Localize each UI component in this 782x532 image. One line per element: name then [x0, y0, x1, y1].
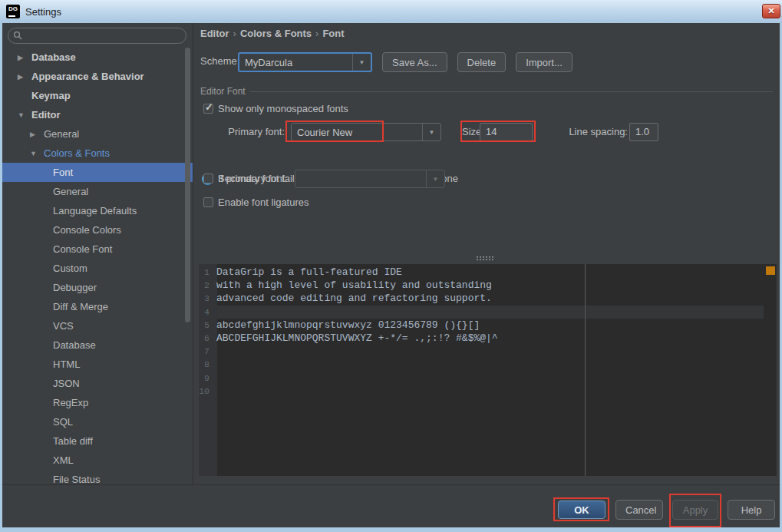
primary-font-value: Courier New	[292, 127, 422, 138]
scheme-combobox[interactable]: MyDarcula ▼	[238, 52, 372, 72]
sidebar-item-console-font[interactable]: Console Font	[2, 240, 193, 259]
primary-font-combobox[interactable]: Courier New ▼	[291, 123, 441, 141]
sidebar-item-database[interactable]: Database	[2, 335, 193, 355]
sidebar-scrollbar[interactable]	[185, 48, 190, 322]
sidebar-item-table-diff[interactable]: Table diff	[2, 431, 193, 451]
sidebar-item-database[interactable]: ▶Database	[2, 48, 193, 67]
sidebar-item-label: General	[44, 128, 79, 140]
preview-line-4: 4	[199, 306, 777, 319]
sidebar-item-html[interactable]: HTML	[2, 355, 193, 374]
help-button[interactable]: Help	[728, 500, 775, 520]
cancel-button[interactable]: Cancel	[615, 500, 663, 520]
sidebar-item-general[interactable]: General	[2, 182, 193, 201]
sidebar-item-label: Database	[31, 51, 76, 63]
font-preview-editor[interactable]: 1DataGrip is a full-featured IDE2with a …	[199, 264, 777, 476]
sidebar-item-label: Database	[53, 339, 96, 351]
line-spacing-field[interactable]: 1.0	[629, 123, 658, 141]
error-stripe-marker	[766, 266, 775, 275]
sidebar-item-label: Table diff	[53, 435, 93, 447]
chevron-collapsed-icon[interactable]: ▶	[16, 73, 31, 81]
line-spacing-label: Line spacing:	[569, 123, 628, 141]
secondary-font-label: Secondary font:	[218, 170, 288, 188]
search-box[interactable]	[8, 28, 186, 44]
preview-line-8: 8	[199, 358, 777, 371]
sidebar-item-label: Keymap	[31, 90, 71, 101]
primary-font-label: Primary font:	[200, 123, 285, 141]
chevron-down-icon[interactable]: ▼	[422, 124, 440, 140]
import-button[interactable]: Import...	[516, 52, 572, 72]
chevron-expanded-icon[interactable]: ▼	[16, 111, 31, 119]
size-field[interactable]: 14	[480, 123, 533, 141]
sidebar-item-label: VCS	[53, 320, 74, 332]
sidebar-item-label: Appearance & Behavior	[31, 71, 144, 82]
line-number: 3	[199, 292, 213, 305]
sidebar-item-label: Custom	[53, 263, 87, 274]
secondary-font-checkbox[interactable]: ✓	[203, 173, 213, 183]
line-number: 4	[199, 306, 213, 319]
close-button[interactable]: ✕	[762, 4, 780, 18]
chevron-collapsed-icon[interactable]: ▶	[28, 131, 44, 138]
search-icon	[13, 31, 23, 41]
preview-text: advanced code editing and refactoring su…	[213, 292, 492, 305]
chevron-collapsed-icon[interactable]: ▶	[16, 54, 31, 61]
sidebar-item-label: XML	[53, 454, 74, 466]
save-as-button[interactable]: Save As...	[382, 52, 447, 72]
preview-text: abcdefghijklmnopqrstuvwxyz 0123456789 ()…	[213, 319, 480, 332]
preview-line-7: 7	[199, 345, 777, 358]
preview-text	[213, 372, 216, 385]
splitter-handle[interactable]	[476, 256, 494, 261]
preview-line-3: 3advanced code editing and refactoring s…	[199, 292, 777, 305]
sidebar-item-label: Language Defaults	[53, 205, 137, 216]
sidebar-item-appearance-behavior[interactable]: ▶Appearance & Behavior	[2, 67, 193, 86]
preview-text	[213, 358, 216, 371]
sidebar-item-diff-merge[interactable]: Diff & Merge	[2, 297, 193, 316]
settings-sidebar: ▶Database▶Appearance & BehaviorKeymap▼Ed…	[2, 23, 193, 484]
scheme-value: MyDarcula	[239, 57, 352, 68]
sidebar-item-label: HTML	[53, 359, 80, 370]
sidebar-item-console-colors[interactable]: Console Colors	[2, 220, 193, 240]
chevron-down-icon[interactable]: ▼	[352, 54, 371, 71]
sidebar-item-regexp[interactable]: RegExp	[2, 393, 193, 412]
group-title: Editor Font	[200, 86, 250, 97]
sidebar-item-debugger[interactable]: Debugger	[2, 278, 193, 297]
line-number: 8	[199, 358, 213, 371]
breadcrumb: Editor›Colors & Fonts›Font	[200, 28, 345, 41]
sidebar-item-label: Console Colors	[53, 224, 121, 236]
preview-line-6: 6ABCDEFGHIJKLMNOPQRSTUVWXYZ +-*/= .,;:!?…	[199, 332, 777, 345]
sidebar-item-file-status[interactable]: File Status	[2, 470, 193, 484]
delete-button[interactable]: Delete	[457, 52, 506, 72]
sidebar-item-font[interactable]: Font	[2, 163, 193, 182]
sidebar-item-json[interactable]: JSON	[2, 374, 193, 393]
sidebar-item-sql[interactable]: SQL	[2, 412, 193, 431]
ligatures-checkbox[interactable]: ✓	[203, 197, 213, 207]
sidebar-item-vcs[interactable]: VCS	[2, 316, 193, 335]
chevron-expanded-icon[interactable]: ▼	[28, 150, 44, 157]
group-divider	[250, 91, 773, 92]
sidebar-item-language-defaults[interactable]: Language Defaults	[2, 201, 193, 220]
ok-button[interactable]: OK	[558, 501, 605, 519]
sidebar-item-colors-fonts[interactable]: ▼Colors & Fonts	[2, 144, 193, 163]
datagrip-app-icon: DG	[6, 5, 20, 18]
sidebar-item-label: Colors & Fonts	[44, 147, 110, 159]
sidebar-item-general[interactable]: ▶General	[2, 124, 193, 144]
sidebar-item-label: Debugger	[53, 282, 97, 293]
line-number: 9	[199, 372, 213, 385]
secondary-font-combobox[interactable]: ▼	[295, 170, 445, 188]
sidebar-item-keymap[interactable]: Keymap	[2, 86, 193, 105]
sidebar-item-editor[interactable]: ▼Editor	[2, 105, 193, 124]
title-bar: DG Settings ✕	[0, 0, 782, 23]
close-icon: ✕	[767, 6, 774, 16]
ligatures-label: Enable font ligatures	[218, 197, 309, 208]
settings-tree: ▶Database▶Appearance & BehaviorKeymap▼Ed…	[2, 48, 193, 484]
search-input[interactable]	[23, 31, 169, 41]
settings-content: Editor›Colors & Fonts›Font Scheme: MyDar…	[193, 23, 780, 484]
preview-lines: 1DataGrip is a full-featured IDE2with a …	[199, 266, 777, 398]
sidebar-item-label: JSON	[53, 378, 80, 389]
sidebar-item-label: General	[53, 186, 88, 197]
scheme-label: Scheme:	[200, 52, 239, 71]
sidebar-item-custom[interactable]: Custom	[2, 259, 193, 278]
scheme-actions: Save As... Delete Import...	[382, 52, 572, 72]
sidebar-item-xml[interactable]: XML	[2, 451, 193, 470]
monospaced-checkbox[interactable]: ✓	[203, 104, 213, 114]
settings-dialog: DG Settings ✕ ▶Database▶Appearance & Beh…	[0, 0, 782, 532]
